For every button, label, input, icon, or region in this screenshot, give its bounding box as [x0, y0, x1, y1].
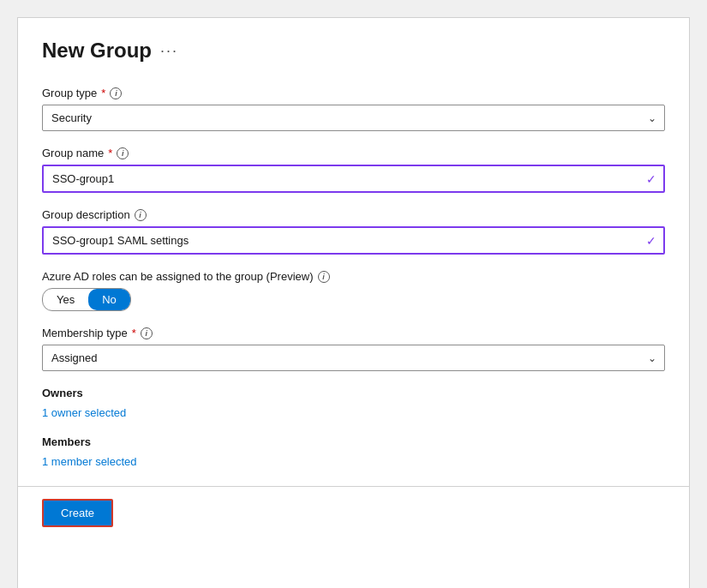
group-type-field: Group type * i Security Microsoft 365 ⌄ [42, 87, 665, 131]
toggle-no-button[interactable]: No [88, 289, 130, 310]
toggle-yes-button[interactable]: Yes [43, 289, 88, 310]
membership-type-label: Membership type * i [42, 327, 665, 339]
required-indicator: * [108, 147, 112, 159]
page-header: New Group ··· [42, 39, 665, 63]
group-description-field: Group description i ✓ [42, 208, 665, 255]
group-name-input[interactable] [42, 165, 665, 193]
group-description-info-icon[interactable]: i [135, 209, 147, 221]
members-section: Members 1 member selected [42, 435, 665, 469]
membership-type-field: Membership type * i Assigned Dynamic Use… [42, 327, 665, 371]
page-title: New Group [42, 39, 152, 63]
group-type-select[interactable]: Security Microsoft 365 [42, 105, 665, 131]
group-name-info-icon[interactable]: i [117, 147, 129, 159]
group-description-input-wrapper: ✓ [42, 226, 665, 255]
more-options-icon[interactable]: ··· [160, 42, 178, 60]
group-type-select-wrapper: Security Microsoft 365 ⌄ [42, 105, 665, 131]
membership-type-select-wrapper: Assigned Dynamic User Dynamic Device ⌄ [42, 345, 665, 371]
members-label: Members [42, 435, 665, 448]
form-footer: Create [18, 486, 689, 539]
membership-type-info-icon[interactable]: i [141, 327, 153, 339]
required-indicator: * [132, 327, 136, 339]
create-button[interactable]: Create [42, 499, 113, 527]
owners-section: Owners 1 owner selected [42, 387, 665, 420]
group-name-label: Group name * i [42, 147, 665, 159]
members-link[interactable]: 1 member selected [42, 455, 137, 468]
azure-ad-roles-toggle: Yes No [42, 288, 131, 311]
required-indicator: * [101, 87, 105, 99]
group-type-info-icon[interactable]: i [110, 87, 122, 99]
azure-ad-roles-field: Azure AD roles can be assigned to the gr… [42, 270, 665, 311]
group-type-label: Group type * i [42, 87, 665, 99]
new-group-panel: New Group ··· Group type * i Security Mi… [17, 17, 690, 588]
group-description-input[interactable] [42, 226, 665, 255]
owners-link[interactable]: 1 owner selected [42, 406, 126, 419]
membership-type-select[interactable]: Assigned Dynamic User Dynamic Device [42, 345, 665, 371]
azure-ad-roles-info-icon[interactable]: i [318, 271, 330, 283]
group-name-field: Group name * i ✓ [42, 147, 665, 193]
owners-label: Owners [42, 387, 665, 399]
azure-ad-roles-label: Azure AD roles can be assigned to the gr… [42, 270, 665, 283]
group-description-label: Group description i [42, 208, 665, 221]
group-name-input-wrapper: ✓ [42, 165, 665, 193]
